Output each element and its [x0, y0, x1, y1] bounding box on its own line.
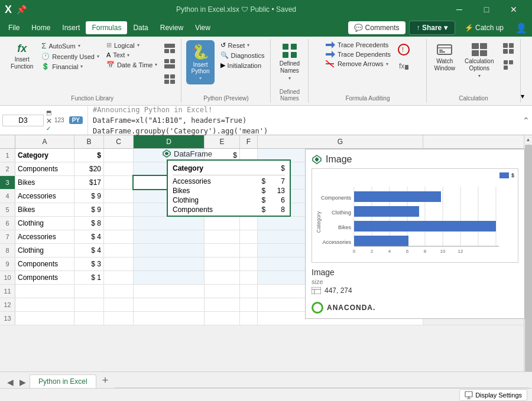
- cell-d13[interactable]: [134, 312, 205, 325]
- col-header-f[interactable]: F: [240, 135, 258, 148]
- cell-a8[interactable]: Clothing: [15, 244, 74, 257]
- lookup-button[interactable]: [162, 43, 177, 54]
- cell-b11[interactable]: [74, 285, 104, 298]
- row-header-1[interactable]: 1: [0, 149, 15, 162]
- cell-c13[interactable]: [104, 312, 134, 325]
- col-header-e[interactable]: E: [205, 135, 240, 148]
- scroll-thumb[interactable]: [525, 145, 532, 373]
- text-button[interactable]: A Text ▾: [104, 50, 160, 60]
- cell-d8[interactable]: [134, 244, 205, 257]
- catchup-button[interactable]: ⚡ Catch up: [459, 21, 510, 34]
- pin-icon[interactable]: 📌: [17, 5, 27, 14]
- remove-arrows-button[interactable]: Remove Arrows ▾: [323, 59, 393, 69]
- cell-e6[interactable]: [205, 217, 240, 230]
- menu-insert[interactable]: Insert: [56, 21, 86, 34]
- cell-a6[interactable]: Clothing: [15, 217, 74, 230]
- cell-d12[interactable]: [134, 298, 205, 311]
- row-header-10[interactable]: 10: [0, 271, 15, 284]
- cell-c10[interactable]: [104, 271, 134, 284]
- cell-c6[interactable]: [104, 217, 134, 230]
- math-button[interactable]: [162, 58, 177, 70]
- cell-e11[interactable]: [205, 285, 240, 298]
- account-button[interactable]: 👤: [513, 20, 530, 36]
- col-header-a[interactable]: A: [15, 135, 74, 148]
- row-header-6[interactable]: 6: [0, 217, 15, 230]
- insert-python-button[interactable]: 🐍 InsertPython ▾: [186, 40, 214, 84]
- cell-c1[interactable]: [104, 149, 134, 162]
- cell-c5[interactable]: [104, 203, 134, 216]
- cell-b3[interactable]: $17: [74, 176, 104, 189]
- calculation-options-button[interactable]: CalculationOptions ▾: [461, 40, 497, 81]
- cell-a1[interactable]: Category: [15, 149, 74, 162]
- watch-window-button[interactable]: WatchWindow: [430, 40, 459, 74]
- menu-formulas[interactable]: Formulas: [86, 21, 127, 34]
- cell-reference-box[interactable]: [2, 115, 44, 126]
- col-header-b[interactable]: B: [74, 135, 104, 148]
- cell-a11[interactable]: [15, 285, 74, 298]
- cell-b4[interactable]: $ 9: [74, 190, 104, 203]
- cell-c7[interactable]: [104, 230, 134, 243]
- row-header-5[interactable]: 5: [0, 203, 15, 216]
- expand-icon[interactable]: ⬒: [46, 109, 52, 116]
- cell-b9[interactable]: $ 3: [74, 257, 104, 270]
- row-header-2[interactable]: 2: [0, 162, 15, 175]
- cell-a3[interactable]: Bikes: [15, 176, 74, 189]
- cell-c12[interactable]: [104, 298, 134, 311]
- sheet-tab-python-in-excel[interactable]: Python in Excel: [30, 374, 96, 388]
- cell-f8[interactable]: [240, 244, 258, 257]
- cell-f10[interactable]: [240, 271, 258, 284]
- fx-bar-icon[interactable]: ✕: [46, 117, 52, 125]
- menu-review[interactable]: Review: [154, 21, 189, 34]
- cell-d9[interactable]: [134, 257, 205, 270]
- cell-a12[interactable]: [15, 298, 74, 311]
- cell-c8[interactable]: [104, 244, 134, 257]
- row-header-7[interactable]: 7: [0, 230, 15, 243]
- vertical-scrollbar[interactable]: ▲ ▼: [524, 135, 532, 383]
- cell-a2[interactable]: Components: [15, 162, 74, 175]
- cell-d7[interactable]: [134, 230, 205, 243]
- trace-precedents-button[interactable]: Trace Precedents: [323, 40, 393, 50]
- recently-used-button[interactable]: 🕐 Recently Used ▾: [39, 51, 102, 61]
- col-header-g[interactable]: G: [258, 135, 423, 148]
- trace-dependents-button[interactable]: Trace Dependents: [323, 50, 393, 59]
- cell-b1[interactable]: $: [74, 149, 104, 162]
- tab-prev-button[interactable]: ◀: [5, 376, 16, 388]
- calc-sheet-button[interactable]: [500, 58, 517, 72]
- cell-e8[interactable]: [205, 244, 240, 257]
- reset-button[interactable]: ↺ Reset ▾: [218, 40, 267, 50]
- cell-f13[interactable]: [240, 312, 258, 325]
- cell-f6[interactable]: [240, 217, 258, 230]
- cell-c11[interactable]: [104, 285, 134, 298]
- cell-e7[interactable]: [205, 230, 240, 243]
- cell-c4[interactable]: [104, 190, 134, 203]
- menu-data[interactable]: Data: [127, 21, 154, 34]
- row-header-3[interactable]: 3: [0, 176, 15, 189]
- row-header-12[interactable]: 12: [0, 298, 15, 311]
- cell-b10[interactable]: $ 1: [74, 271, 104, 284]
- row-header-9[interactable]: 9: [0, 257, 15, 270]
- ribbon-expand[interactable]: ▾: [521, 39, 524, 103]
- cell-a5[interactable]: Bikes: [15, 203, 74, 216]
- add-sheet-button[interactable]: +: [98, 373, 113, 388]
- cell-c9[interactable]: [104, 257, 134, 270]
- cell-f7[interactable]: [240, 230, 258, 243]
- close-button[interactable]: ✕: [500, 0, 527, 19]
- cell-a10[interactable]: Components: [15, 271, 74, 284]
- cell-b13[interactable]: [74, 312, 104, 325]
- cell-c2[interactable]: [104, 162, 134, 175]
- logical-button[interactable]: ⊞ Logical ▾: [104, 40, 160, 50]
- datetime-button[interactable]: 📅 Date & Time ▾: [104, 60, 160, 70]
- maximize-button[interactable]: □: [473, 0, 500, 19]
- row-header-4[interactable]: 4: [0, 190, 15, 203]
- cell-e10[interactable]: [205, 271, 240, 284]
- defined-names-button[interactable]: DefinedNames ▾: [276, 40, 303, 83]
- cell-c3[interactable]: [104, 176, 134, 189]
- cell-d6[interactable]: [134, 217, 205, 230]
- cell-b8[interactable]: $ 4: [74, 244, 104, 257]
- row-header-11[interactable]: 11: [0, 285, 15, 298]
- share-button[interactable]: ↑ Share ▾: [409, 21, 455, 35]
- minimize-button[interactable]: ─: [446, 0, 473, 19]
- autosum-button[interactable]: Σ AutoSum ▾: [39, 40, 102, 51]
- col-header-c[interactable]: C: [104, 135, 134, 148]
- cell-a9[interactable]: Components: [15, 257, 74, 270]
